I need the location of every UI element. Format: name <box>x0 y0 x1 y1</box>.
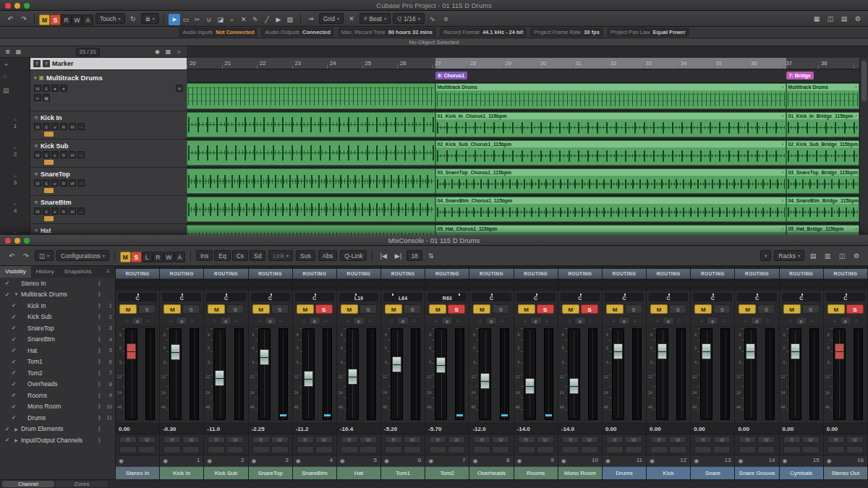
fader-value[interactable]: -0.30 <box>160 424 203 435</box>
edit-channel-button[interactable]: e <box>309 317 320 325</box>
routing-rack-header[interactable]: ROUTING <box>469 269 513 279</box>
read-automation-button[interactable]: R <box>252 436 270 443</box>
fader-cap[interactable] <box>436 357 446 373</box>
pan-control[interactable]: C <box>469 291 513 303</box>
edit-channel-button[interactable]: e <box>751 317 762 325</box>
routing-rack-header[interactable]: ROUTING <box>160 269 203 279</box>
close-icon[interactable] <box>5 3 11 9</box>
visibility-row-kick-in[interactable]: ✓ Kick In ∥ 1 <box>0 300 115 312</box>
routing-rack-header[interactable]: ROUTING <box>337 269 380 279</box>
extra-button[interactable] <box>757 446 775 453</box>
fader[interactable] <box>213 328 226 420</box>
channel-settings-button[interactable] <box>809 318 815 324</box>
updown-icon[interactable]: ⇅ <box>425 250 437 262</box>
channel-settings-button[interactable] <box>632 318 638 324</box>
write-automation-button[interactable]: W <box>669 436 686 443</box>
visibility-row-tom2[interactable]: ✓ Tom2 ∥ 7 <box>0 367 115 379</box>
listen-button[interactable] <box>301 318 307 324</box>
channel-count[interactable]: 18 <box>407 250 422 261</box>
routing-slots[interactable] <box>337 279 380 291</box>
quantize-panel-icon[interactable]: e <box>441 13 452 25</box>
track-lane-indicator[interactable] <box>44 216 54 221</box>
track-list-menu-icon[interactable]: ≣ <box>3 47 12 56</box>
visibility-row-stereo-in[interactable]: ✓ Stereo In ∥ <box>0 278 115 289</box>
global-s-button[interactable]: S <box>50 14 61 25</box>
routing-slots[interactable] <box>293 279 336 291</box>
mute-button[interactable]: M <box>650 304 668 314</box>
mixer-l-button[interactable]: L <box>142 252 153 262</box>
folder-track-header[interactable]: ▾ ▣ Multitrack Drums M S ● ▾ ✕ e ▦ <box>30 70 187 111</box>
fader-value[interactable]: -5.70 <box>425 424 469 435</box>
channel-name[interactable]: Mono Room <box>558 466 602 479</box>
write-automation-button[interactable]: W <box>581 436 598 443</box>
tool-glue-icon[interactable]: ∪ <box>203 14 215 25</box>
extra-button[interactable] <box>385 446 402 453</box>
fader-cap[interactable] <box>348 369 357 385</box>
routing-rack-header[interactable]: ROUTING <box>249 269 292 279</box>
track-lane-indicator[interactable] <box>44 160 54 165</box>
read-automation-button[interactable]: R <box>341 436 358 443</box>
routing-rack-header[interactable]: ROUTING <box>558 269 602 279</box>
extra-button[interactable] <box>694 446 712 453</box>
edit-channel-button[interactable]: e <box>707 317 718 325</box>
routing-rack-header[interactable]: ROUTING <box>293 269 336 279</box>
pan-control[interactable]: L64 <box>381 291 425 303</box>
track-w-button[interactable]: W <box>69 179 76 187</box>
routing-slots[interactable] <box>735 279 778 291</box>
routing-slots[interactable] <box>469 279 513 291</box>
fader[interactable] <box>524 328 536 420</box>
pan-control[interactable]: C <box>824 291 867 303</box>
folder-mute-button[interactable]: M <box>34 85 41 92</box>
qlink-button[interactable]: Q-Link <box>340 250 367 261</box>
project-window-titlebar[interactable]: Cubase Pro Project - 01 115 D Drums <box>0 0 868 11</box>
write-automation-button[interactable]: W <box>713 436 731 443</box>
track-s-button[interactable]: S <box>43 179 50 187</box>
fader-cap[interactable] <box>260 349 269 365</box>
rack-sd-button[interactable]: Sd <box>250 250 265 261</box>
snap-off-icon[interactable]: ✕ <box>346 13 357 25</box>
solo-button[interactable]: S <box>846 304 864 314</box>
mute-button[interactable]: M <box>163 304 181 314</box>
fader-cap[interactable] <box>127 343 136 359</box>
read-automation-button[interactable]: R <box>297 436 314 443</box>
undo-button[interactable]: ↶ <box>4 13 16 25</box>
zoom-menu[interactable]: ▾ <box>760 250 771 261</box>
solo-button[interactable]: S <box>581 304 598 314</box>
extra-button[interactable] <box>492 446 509 453</box>
fader-cap[interactable] <box>791 343 800 359</box>
pan-control[interactable]: L19 <box>337 291 380 303</box>
window-zones-menu[interactable]: ◫▾ <box>35 250 54 261</box>
read-automation-button[interactable]: R <box>783 436 801 443</box>
grid-type-select[interactable]: #Beat▾ <box>359 13 391 24</box>
track-lane-indicator[interactable] <box>44 132 54 137</box>
marker-track-header[interactable]: T T Marker <box>30 58 187 70</box>
fader[interactable] <box>568 328 580 420</box>
mute-button[interactable]: M <box>739 304 756 314</box>
bottom-tab-zones[interactable]: Zones <box>56 481 108 487</box>
tool-zoom-icon[interactable]: ⌕ <box>226 14 238 25</box>
channel-name[interactable]: SnareBtm <box>293 466 336 479</box>
track-more-button[interactable]: ⋯ <box>77 179 85 187</box>
vertical-scrollbar[interactable] <box>859 58 868 235</box>
snap-type-select[interactable]: Grid▾ <box>319 13 344 24</box>
edit-channel-button[interactable]: e <box>176 317 187 325</box>
fader-cap[interactable] <box>525 378 535 394</box>
visibility-row-mono-room[interactable]: ✓ Mono Room ∥ 10 <box>0 401 115 413</box>
edit-channel-button[interactable]: e <box>618 317 630 325</box>
listen-button[interactable] <box>168 318 174 324</box>
routing-rack-header[interactable]: ROUTING <box>780 269 823 279</box>
check-icon[interactable]: ✓ <box>9 369 18 376</box>
extra-button[interactable] <box>739 446 756 453</box>
fader[interactable] <box>258 328 271 420</box>
extra-button[interactable] <box>537 446 554 453</box>
extra-button[interactable] <box>473 446 490 453</box>
extra-button[interactable] <box>208 446 225 453</box>
fader-value[interactable]: -12.0 <box>469 424 513 435</box>
toolbar-gear-icon[interactable]: ⚙ <box>852 13 864 25</box>
routing-slots[interactable] <box>425 279 469 291</box>
extra-button[interactable] <box>271 446 289 453</box>
redo-button[interactable]: ↷ <box>18 13 30 25</box>
visibility-row-kick-sub[interactable]: ✓ Kick Sub ∥ 2 <box>0 312 115 323</box>
pan-control[interactable]: R63 <box>425 291 469 303</box>
track-m-button[interactable]: M <box>34 207 41 215</box>
